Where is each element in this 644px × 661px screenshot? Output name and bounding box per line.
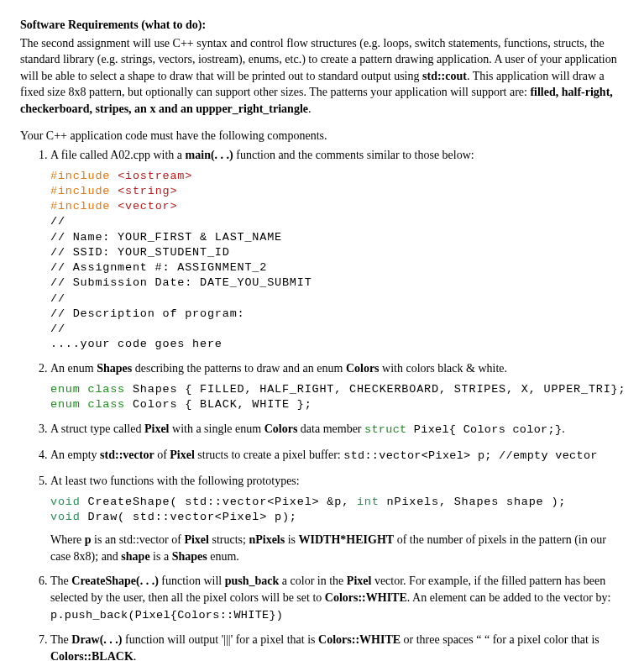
item-note: Where p is an std::vector of Pixel struc… bbox=[50, 532, 624, 564]
item-text: A file called A02.cpp with a main(. . .)… bbox=[50, 147, 624, 164]
item-text: The Draw(. . .) function will output '||… bbox=[50, 632, 624, 661]
code-line: // Assignment #: ASSIGNMENT_2 bbox=[50, 261, 267, 274]
code-line: // Submission Date: DATE_YOU_SUBMIT bbox=[50, 276, 312, 289]
code-token: Colors { BLACK, WHITE }; bbox=[133, 398, 312, 411]
code-token: #include bbox=[50, 200, 118, 212]
item-text: An empty std::vector of Pixel structs to… bbox=[50, 447, 624, 464]
code-block-2: enum class Shapes { FILLED, HALF_RIGHT, … bbox=[50, 382, 624, 412]
code-token: void bbox=[50, 496, 88, 508]
item-text: The CreateShape(. . .) function will pus… bbox=[50, 573, 624, 623]
code-token: nPixels, Shapes shape ); bbox=[387, 496, 567, 508]
item-text: A struct type called Pixel with a single… bbox=[50, 421, 624, 438]
code-line: // bbox=[50, 215, 65, 228]
list-item: At least two functions with the followin… bbox=[50, 473, 624, 564]
list-item: The CreateShape(. . .) function will pus… bbox=[50, 573, 624, 623]
code-token: Shapes { FILLED, HALF_RIGHT, CHECKERBOAR… bbox=[133, 383, 626, 396]
item-text: At least two functions with the followin… bbox=[50, 473, 624, 490]
code-token: int bbox=[357, 496, 387, 508]
list-item: An empty std::vector of Pixel structs to… bbox=[50, 447, 624, 464]
code-token: Draw( std::vector<Pixel> p); bbox=[88, 511, 297, 523]
code-token: CreateShape( std::vector<Pixel> &p, bbox=[88, 496, 357, 508]
section-heading: Software Requirements (what to do): bbox=[20, 17, 624, 34]
lead-in-text: Your C++ application code must have the … bbox=[20, 128, 624, 144]
code-line: ....your code goes here bbox=[50, 338, 223, 350]
requirements-list: A file called A02.cpp with a main(. . .)… bbox=[20, 147, 624, 661]
item-text: An enum Shapes describing the patterns t… bbox=[50, 360, 624, 377]
code-token: <iostream> bbox=[118, 170, 192, 182]
code-token: enum class bbox=[50, 383, 133, 396]
code-token: #include bbox=[50, 185, 118, 197]
list-item: The Draw(. . .) function will output '||… bbox=[50, 632, 624, 661]
code-token: enum class bbox=[50, 398, 133, 411]
code-line: // Description of program: bbox=[50, 307, 244, 320]
list-item: A file called A02.cpp with a main(. . .)… bbox=[50, 147, 624, 352]
code-token: #include bbox=[50, 170, 118, 182]
code-line: // SSID: YOUR_STUDENT_ID bbox=[50, 246, 230, 259]
code-block-1: #include <iostream> #include <string> #i… bbox=[50, 169, 624, 353]
list-item: An enum Shapes describing the patterns t… bbox=[50, 360, 624, 412]
code-block-5: void CreateShape( std::vector<Pixel> &p,… bbox=[50, 495, 624, 525]
intro-paragraph: The second assignment will use C++ synta… bbox=[20, 35, 624, 118]
code-line: // bbox=[50, 292, 65, 305]
code-token: <string> bbox=[118, 185, 177, 197]
code-line: // bbox=[50, 323, 65, 335]
code-line: // Name: YOUR_FIRST & LAST_NAME bbox=[50, 231, 282, 244]
code-token: void bbox=[50, 511, 88, 523]
code-token: <vector> bbox=[118, 200, 177, 212]
list-item: A struct type called Pixel with a single… bbox=[50, 421, 624, 438]
